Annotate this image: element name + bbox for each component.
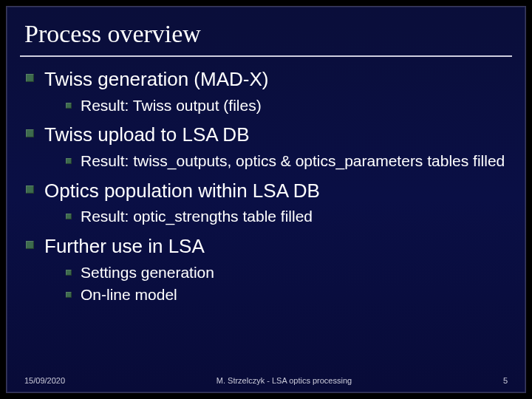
bullet-text: Result: Twiss output (files)	[81, 96, 262, 116]
list-item: Settings generation	[66, 263, 506, 283]
square-bullet-icon	[66, 270, 72, 276]
bullet-text: Twiss upload to LSA DB	[44, 123, 249, 147]
footer-date: 15/09/2020	[24, 376, 65, 385]
title-divider	[20, 55, 512, 57]
bullet-text: Optics population within LSA DB	[44, 179, 320, 203]
bullet-text: Result: optic_strengths table filled	[81, 207, 313, 227]
sub-list: Settings generation On-line model	[66, 263, 506, 305]
square-bullet-icon	[66, 158, 72, 164]
slide-content: Twiss generation (MAD-X) Result: Twiss o…	[7, 67, 525, 304]
list-item: Further use in LSA Settings generation O…	[26, 234, 506, 304]
square-bullet-icon	[66, 214, 72, 219]
bullet-text: Twiss generation (MAD-X)	[44, 67, 268, 92]
sub-list: Result: twiss_outputs, optics & optics_p…	[66, 151, 506, 171]
list-item: Result: Twiss output (files)	[66, 96, 506, 116]
square-bullet-icon	[66, 292, 72, 298]
list-item: Twiss generation (MAD-X) Result: Twiss o…	[26, 67, 506, 115]
square-bullet-icon	[26, 129, 34, 137]
square-bullet-icon	[26, 185, 34, 194]
list-item: Result: optic_strengths table filled	[66, 207, 506, 227]
square-bullet-icon	[26, 74, 34, 82]
list-item: Result: twiss_outputs, optics & optics_p…	[66, 151, 506, 171]
square-bullet-icon	[26, 241, 34, 249]
bullet-list: Twiss generation (MAD-X) Result: Twiss o…	[26, 67, 506, 304]
slide: Process overview Twiss generation (MAD-X…	[6, 6, 526, 393]
footer-author: M. Strzelczyk - LSA optics processing	[216, 376, 352, 385]
bullet-text: Settings generation	[81, 263, 214, 283]
footer-page-number: 5	[503, 376, 508, 385]
bullet-text: On-line model	[81, 285, 177, 305]
bullet-text: Result: twiss_outputs, optics & optics_p…	[81, 151, 505, 171]
slide-title: Process overview	[7, 7, 525, 55]
list-item: On-line model	[66, 285, 506, 305]
bullet-text: Further use in LSA	[44, 234, 205, 259]
slide-footer: 15/09/2020 M. Strzelczyk - LSA optics pr…	[7, 376, 525, 385]
sub-list: Result: Twiss output (files)	[66, 96, 506, 116]
list-item: Twiss upload to LSA DB Result: twiss_out…	[26, 123, 506, 171]
square-bullet-icon	[66, 103, 72, 109]
list-item: Optics population within LSA DB Result: …	[26, 179, 506, 227]
sub-list: Result: optic_strengths table filled	[66, 207, 506, 227]
